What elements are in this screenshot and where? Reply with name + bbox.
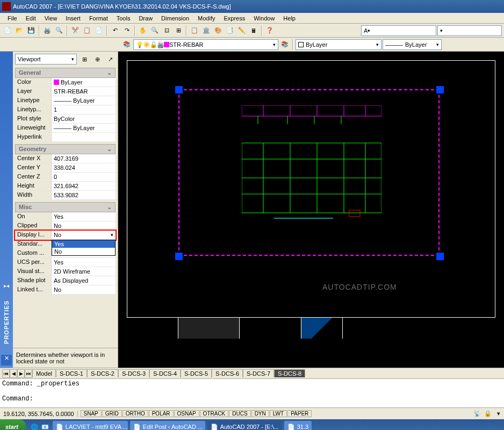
help-icon[interactable]: ❓: [264, 25, 275, 36]
layer-prev-icon[interactable]: 📚: [279, 39, 290, 50]
save-icon[interactable]: 💾: [26, 25, 37, 36]
linetype-dropdown[interactable]: ——— ByLayer ▾: [383, 39, 442, 50]
dropdown-option[interactable]: No: [52, 248, 115, 255]
pickadd-icon[interactable]: ⊕: [92, 54, 103, 64]
toggle-osnap[interactable]: OSNAP: [174, 410, 199, 417]
menu-help[interactable]: Help: [279, 14, 300, 23]
prop-row-linkedt[interactable]: Linked t...No: [15, 285, 116, 295]
taskbar-item[interactable]: 📄LACVIET - mtd9 EVA ...: [53, 421, 128, 430]
quickselect-icon[interactable]: ⊞: [79, 54, 90, 64]
prop-row-visualst[interactable]: Visual st...2D Wireframe: [15, 267, 116, 276]
prop-row-ucsper[interactable]: UCS per...Yes: [15, 258, 116, 267]
undo-icon[interactable]: ↶: [110, 25, 120, 36]
prop-row-centery[interactable]: Center Y338.024: [15, 163, 116, 173]
grip-br[interactable]: [436, 253, 444, 260]
tab-model[interactable]: Model: [32, 369, 56, 377]
prop-row-linetyp[interactable]: Linetyp...1: [15, 105, 116, 114]
toggle-polar[interactable]: POLAR: [149, 410, 174, 417]
zoom-prev-icon[interactable]: ⊞: [173, 25, 184, 36]
prop-row-centerz[interactable]: Center Z0: [15, 173, 116, 182]
tab-s-dcs-5[interactable]: S-DCS-5: [181, 369, 212, 377]
tab-s-dcs-6[interactable]: S-DCS-6: [212, 369, 243, 377]
toggle-otrack[interactable]: OTRACK: [200, 410, 229, 417]
tab-s-dcs-3[interactable]: S-DCS-3: [118, 369, 149, 377]
tab-first-icon[interactable]: ⏮: [2, 369, 10, 378]
close-panel-icon[interactable]: ✕: [1, 355, 12, 366]
preview-icon[interactable]: 🔍: [54, 25, 64, 36]
print-icon[interactable]: 🖨️: [42, 25, 53, 36]
status-lock-icon[interactable]: 🔒: [483, 408, 493, 419]
section-head-general[interactable]: General⌄: [15, 68, 116, 78]
menu-file[interactable]: File: [3, 14, 21, 23]
command-line[interactable]: Command: _properties Command:: [0, 378, 504, 407]
prop-row-lineweight[interactable]: Lineweight——— ByLayer: [15, 124, 116, 133]
layer-dropdown[interactable]: 💡☀️🔓🖨️ STR-REBAR ▾: [133, 39, 278, 50]
redo-icon[interactable]: ↷: [121, 25, 132, 36]
textstyle-dropdown[interactable]: A▾: [361, 25, 436, 36]
toggle-paper[interactable]: PAPER: [287, 410, 312, 417]
start-button[interactable]: start: [0, 419, 26, 430]
cut-icon[interactable]: ✂️: [70, 25, 81, 36]
prop-row-color[interactable]: ColorByLayer: [15, 78, 116, 87]
tab-s-dcs-8[interactable]: S-DCS-8: [274, 369, 305, 377]
toggle-snap[interactable]: SNAP: [81, 410, 102, 417]
properties-dock-strip[interactable]: ▸◂ PROPERTIES ✕: [0, 52, 13, 368]
dropdown-option[interactable]: Yes: [52, 240, 115, 248]
quicklaunch-icon-2[interactable]: 📧: [40, 421, 51, 430]
selectobj-icon[interactable]: ↗: [105, 54, 116, 64]
tab-s-dcs-2[interactable]: S-DCS-2: [87, 369, 118, 377]
prop-row-height[interactable]: Height321.6942: [15, 182, 116, 191]
prop-row-displayl[interactable]: Display l...No▾YesNo: [15, 231, 116, 240]
menu-express[interactable]: Express: [219, 14, 249, 23]
taskbar-item[interactable]: 📄AutoCAD 2007 - [E:\...: [207, 421, 282, 430]
prop-row-clipped[interactable]: ClippedNo: [15, 221, 116, 231]
taskbar-item[interactable]: 📄31.3: [284, 421, 312, 430]
object-type-select[interactable]: Viewport▾: [15, 54, 77, 64]
color-dropdown[interactable]: ByLayer ▾: [296, 39, 381, 50]
toggle-ortho[interactable]: ORTHO: [123, 410, 148, 417]
toolpalettes-icon[interactable]: 🎨: [213, 25, 224, 36]
prop-row-layer[interactable]: LayerSTR-REBAR: [15, 87, 116, 96]
zoom-window-icon[interactable]: ⊡: [161, 25, 172, 36]
prop-row-linetype[interactable]: Linetype——— ByLayer: [15, 96, 116, 105]
designcenter-icon[interactable]: 🏛️: [201, 25, 212, 36]
menu-tools[interactable]: Tools: [112, 14, 135, 23]
grip-tl[interactable]: [175, 86, 183, 94]
menu-edit[interactable]: Edit: [21, 14, 40, 23]
section-head-geometry[interactable]: Geometry⌄: [15, 144, 116, 154]
tab-next-icon[interactable]: ▶: [17, 369, 25, 378]
sheetset-icon[interactable]: 📑: [225, 25, 235, 36]
prop-row-centerx[interactable]: Center X407.3169: [15, 154, 116, 163]
toggle-grid[interactable]: GRID: [102, 410, 122, 417]
drawing-area[interactable]: AUTOCADTIP.COM: [118, 52, 504, 368]
tab-s-dcs-1[interactable]: S-DCS-1: [56, 369, 87, 377]
zoom-icon[interactable]: 🔍: [149, 25, 160, 36]
status-tray-icon[interactable]: ▾: [493, 408, 504, 419]
prop-row-shadeplot[interactable]: Shade plotAs Displayed: [15, 276, 116, 285]
paste-icon[interactable]: 📄: [93, 25, 104, 36]
taskbar-item[interactable]: 📄Edit Post ‹ AutoCAD ...: [130, 421, 205, 430]
prop-row-width[interactable]: Width533.9082: [15, 191, 116, 200]
grip-tr[interactable]: [436, 86, 444, 94]
dropdown-options[interactable]: YesNo: [52, 240, 116, 256]
toggle-dyn[interactable]: DYN: [251, 410, 269, 417]
menu-modify[interactable]: Modify: [193, 14, 219, 23]
toggle-ducs[interactable]: DUCS: [229, 410, 250, 417]
prop-row-plotstyle[interactable]: Plot styleByColor: [15, 114, 116, 124]
layer-manager-icon[interactable]: 📚: [121, 39, 132, 50]
tab-s-dcs-4[interactable]: S-DCS-4: [149, 369, 181, 377]
menu-draw[interactable]: Draw: [134, 14, 157, 23]
menu-format[interactable]: Format: [85, 14, 112, 23]
pan-icon[interactable]: ✋: [138, 25, 148, 36]
menu-insert[interactable]: Insert: [61, 14, 85, 23]
section-head-misc[interactable]: Misc⌄: [15, 202, 116, 212]
calc-icon[interactable]: 🖩: [248, 25, 259, 36]
open-icon[interactable]: 📂: [14, 25, 25, 36]
copy-icon[interactable]: 📋: [82, 25, 92, 36]
menu-view[interactable]: View: [40, 14, 62, 23]
tab-s-dcs-7[interactable]: S-DCS-7: [243, 369, 274, 377]
markup-icon[interactable]: ✏️: [236, 25, 247, 36]
tab-last-icon[interactable]: ⏭: [25, 369, 32, 378]
prop-row-on[interactable]: OnYes: [15, 212, 116, 221]
menu-dimension[interactable]: Dimension: [157, 14, 193, 23]
